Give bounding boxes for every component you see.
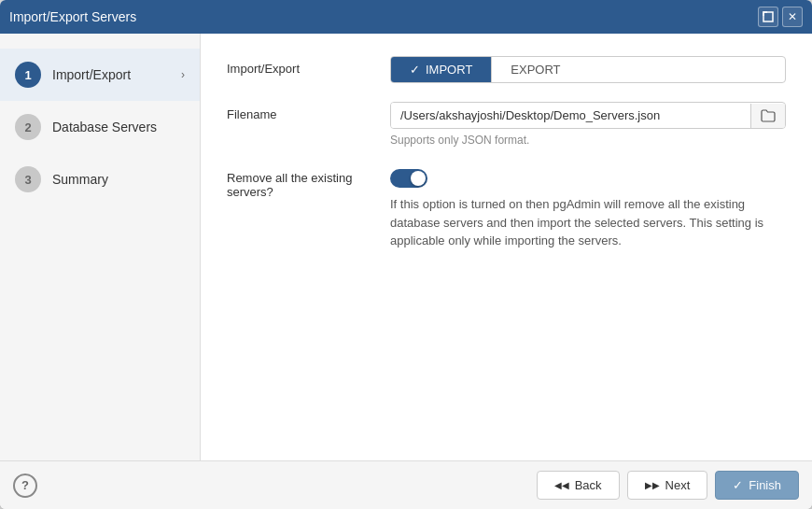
import-export-label: Import/Export — [227, 56, 390, 76]
import-export-toggle: ✓ IMPORT EXPORT — [390, 56, 786, 83]
step-1-label: Import/Export — [52, 67, 131, 82]
finish-check-icon: ✓ — [733, 478, 743, 492]
file-hint: Supports only JSON format. — [390, 134, 786, 147]
step-1-item[interactable]: 1 Import/Export › — [0, 49, 200, 101]
footer-right: ◀◀ Back ▶▶ Next ✓ Finish — [537, 471, 799, 500]
filename-row: Filename /Users/akshayjoshi/Desktop/Demo… — [227, 102, 786, 147]
next-arrows-icon: ▶▶ — [645, 480, 660, 490]
main-form: Import/Export ✓ IMPORT EXPORT Filena — [201, 34, 812, 460]
titlebar-buttons: ✕ — [758, 7, 803, 27]
remove-servers-label: Remove all the existing servers? — [227, 165, 390, 199]
titlebar: Import/Export Servers ✕ — [0, 0, 812, 34]
sidebar: 1 Import/Export › 2 Database Servers 3 S… — [0, 34, 201, 460]
help-button[interactable]: ? — [13, 474, 37, 498]
step-2-label: Database Servers — [52, 120, 157, 134]
file-browse-button[interactable] — [750, 104, 785, 128]
finish-button[interactable]: ✓ Finish — [715, 471, 799, 500]
maximize-button[interactable] — [758, 7, 778, 27]
folder-icon — [761, 109, 776, 122]
step-2-number: 2 — [15, 114, 41, 140]
footer: ? ◀◀ Back ▶▶ Next ✓ Finish — [0, 460, 812, 509]
remove-servers-toggle[interactable] — [390, 169, 427, 188]
step-3-number: 3 — [15, 166, 41, 192]
step-3-item[interactable]: 3 Summary — [0, 153, 200, 205]
remove-servers-field: If this option is turned on then pgAdmin… — [390, 165, 786, 250]
filename-field: /Users/akshayjoshi/Desktop/Demo_Servers.… — [390, 102, 786, 147]
next-button[interactable]: ▶▶ Next — [627, 471, 708, 500]
export-button[interactable]: EXPORT — [491, 57, 579, 82]
import-export-row: Import/Export ✓ IMPORT EXPORT — [227, 56, 786, 83]
import-export-field: ✓ IMPORT EXPORT — [390, 56, 786, 83]
step-1-number: 1 — [15, 62, 41, 88]
footer-left: ? — [13, 474, 37, 498]
back-button[interactable]: ◀◀ Back — [537, 471, 620, 500]
description-text: If this option is turned on then pgAdmin… — [390, 195, 786, 250]
file-path-display[interactable]: /Users/akshayjoshi/Desktop/Demo_Servers.… — [391, 103, 750, 128]
step-3-label: Summary — [52, 172, 108, 187]
import-check-icon: ✓ — [410, 63, 420, 77]
back-arrows-icon: ◀◀ — [554, 480, 569, 490]
filename-label: Filename — [227, 102, 390, 121]
content: 1 Import/Export › 2 Database Servers 3 S… — [0, 34, 812, 460]
step-2-item[interactable]: 2 Database Servers — [0, 101, 200, 153]
close-button[interactable]: ✕ — [782, 7, 803, 27]
svg-rect-0 — [763, 12, 773, 21]
file-input-wrapper: /Users/akshayjoshi/Desktop/Demo_Servers.… — [390, 102, 786, 129]
dialog-title: Import/Export Servers — [9, 9, 136, 24]
remove-servers-row: Remove all the existing servers? If this… — [227, 165, 786, 250]
toggle-knob — [411, 171, 426, 186]
step-1-arrow: › — [181, 68, 185, 81]
dialog: Import/Export Servers ✕ 1 Import/Export … — [0, 0, 812, 509]
import-button[interactable]: ✓ IMPORT — [391, 57, 491, 82]
